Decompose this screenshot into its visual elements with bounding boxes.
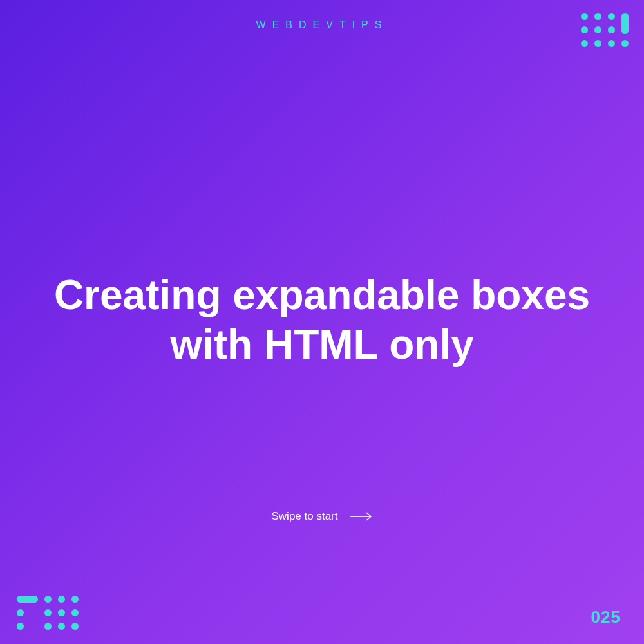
decorative-dots-top-right: [581, 13, 629, 61]
decorative-dots-bottom-left: [17, 596, 79, 630]
arrow-right-icon: [350, 512, 373, 521]
brand-label: WEBDEVTIPS: [0, 19, 644, 31]
swipe-cta-label: Swipe to start: [272, 510, 338, 523]
page-title: Creating expandable boxes with HTML only: [0, 270, 644, 370]
page-number: 025: [591, 607, 621, 627]
swipe-cta[interactable]: Swipe to start: [0, 510, 644, 523]
